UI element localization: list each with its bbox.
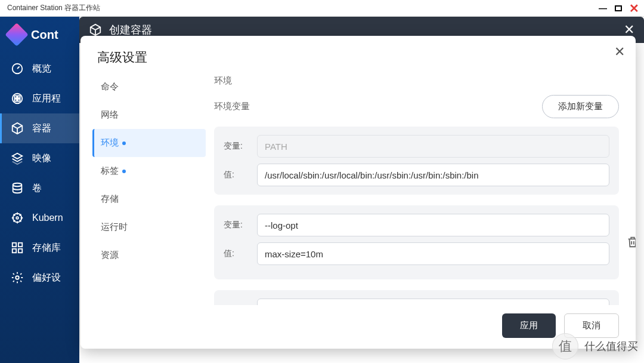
tab-label: 运行时 — [101, 222, 128, 232]
env-var-label: 变量: — [224, 304, 250, 305]
svg-rect-4 — [14, 99, 17, 101]
sidebar-item-6[interactable]: 存储库 — [0, 233, 79, 263]
env-val-input[interactable] — [257, 242, 609, 265]
section-title: 环境 — [214, 73, 619, 95]
maximize-button[interactable] — [612, 3, 625, 14]
window-controls: — ✕ — [596, 3, 640, 14]
sidebar-item-label: 存储库 — [32, 242, 61, 254]
tab-label: 网络 — [101, 109, 119, 119]
apply-button[interactable]: 应用 — [502, 313, 556, 338]
layers-icon — [11, 152, 24, 165]
delete-env-icon[interactable] — [626, 235, 636, 250]
svg-rect-11 — [13, 249, 16, 253]
env-card-1: 变量:值: — [214, 205, 619, 279]
tiles-icon — [11, 241, 24, 254]
outer-modal-title: 创建容器 — [109, 23, 152, 37]
close-button[interactable]: ✕ — [627, 3, 640, 14]
helm-icon — [11, 211, 24, 224]
advanced-settings-modal: ✕ 高级设置 命令网络环境标签存储运行时资源 环境 环境变量 添加新变量 变量:… — [80, 36, 636, 349]
cube-icon — [89, 23, 102, 36]
tab-label: 命令 — [101, 81, 119, 91]
cube-icon — [11, 122, 24, 135]
sidebar-item-5[interactable]: Kubern — [0, 203, 79, 233]
tab-label: 存储 — [101, 193, 119, 204]
tab-0[interactable]: 命令 — [92, 73, 206, 101]
add-variable-button[interactable]: 添加新变量 — [542, 95, 619, 118]
watermark: 值 什么值得买 — [552, 333, 638, 359]
settings-tabs: 命令网络环境标签存储运行时资源 — [80, 73, 206, 305]
env-var-label: 变量: — [224, 141, 250, 152]
svg-rect-12 — [18, 249, 22, 253]
sidebar-item-7[interactable]: 偏好设 — [0, 263, 79, 293]
env-header-label: 环境变量 — [214, 101, 250, 112]
brand-logo-icon — [5, 23, 29, 47]
env-val-label: 值: — [224, 248, 250, 259]
tab-4[interactable]: 存储 — [92, 185, 206, 213]
apps-icon — [11, 92, 24, 105]
sidebar-item-0[interactable]: 概览 — [0, 54, 79, 84]
env-val-input[interactable] — [257, 164, 609, 186]
sidebar: Cont 概览应用程容器映像卷Kubern存储库偏好设 — [0, 17, 79, 363]
sidebar-item-label: 容器 — [32, 122, 51, 135]
svg-point-8 — [16, 217, 18, 219]
modal-close-icon[interactable]: ✕ — [614, 44, 625, 60]
database-icon — [11, 182, 24, 195]
modal-title: 高级设置 — [80, 36, 636, 73]
env-card-0: 变量:值: — [214, 127, 619, 195]
env-var-input[interactable] — [257, 299, 609, 305]
sidebar-item-label: 卷 — [32, 182, 42, 195]
settings-content: 环境 环境变量 添加新变量 变量:值:变量:值:变量:值: — [206, 73, 636, 305]
brand: Cont — [0, 21, 79, 54]
env-var-input — [257, 135, 609, 158]
watermark-badge: 值 — [552, 333, 578, 359]
svg-rect-2 — [14, 96, 17, 98]
tab-2[interactable]: 环境 — [92, 129, 206, 157]
sidebar-item-label: 应用程 — [32, 93, 61, 105]
gauge-icon — [11, 62, 24, 75]
tab-5[interactable]: 运行时 — [92, 213, 206, 241]
sidebar-item-3[interactable]: 映像 — [0, 143, 79, 173]
env-val-label: 值: — [224, 170, 250, 180]
sidebar-item-label: 偏好设 — [32, 272, 61, 284]
tab-label: 环境 — [101, 137, 119, 147]
tab-1[interactable]: 网络 — [92, 101, 206, 129]
svg-rect-10 — [18, 243, 22, 247]
window-title: Container Station 容器工作站 — [4, 3, 100, 13]
watermark-text: 什么值得买 — [584, 339, 638, 353]
svg-rect-5 — [18, 99, 20, 101]
svg-point-13 — [16, 276, 19, 279]
env-var-label: 变量: — [224, 220, 250, 230]
gear-icon — [11, 271, 24, 284]
sidebar-item-label: 映像 — [32, 152, 51, 165]
brand-text: Cont — [31, 28, 58, 42]
sidebar-item-label: Kubern — [32, 213, 63, 223]
svg-rect-9 — [13, 243, 16, 247]
sidebar-item-1[interactable]: 应用程 — [0, 84, 79, 113]
tab-indicator-dot — [122, 141, 126, 145]
sidebar-item-label: 概览 — [32, 63, 51, 75]
tab-indicator-dot — [122, 170, 126, 173]
window-titlebar: Container Station 容器工作站 — ✕ — [0, 0, 644, 17]
env-var-input[interactable] — [257, 214, 609, 236]
sidebar-item-2[interactable]: 容器 — [0, 113, 79, 143]
sidebar-item-4[interactable]: 卷 — [0, 173, 79, 203]
tab-3[interactable]: 标签 — [92, 157, 206, 185]
minimize-button[interactable]: — — [596, 3, 609, 14]
env-card-2: 变量:值: — [214, 290, 619, 305]
tab-label: 资源 — [101, 250, 119, 260]
tab-label: 标签 — [101, 165, 119, 176]
tab-6[interactable]: 资源 — [92, 241, 206, 269]
svg-rect-3 — [18, 96, 20, 98]
svg-point-6 — [13, 183, 22, 187]
